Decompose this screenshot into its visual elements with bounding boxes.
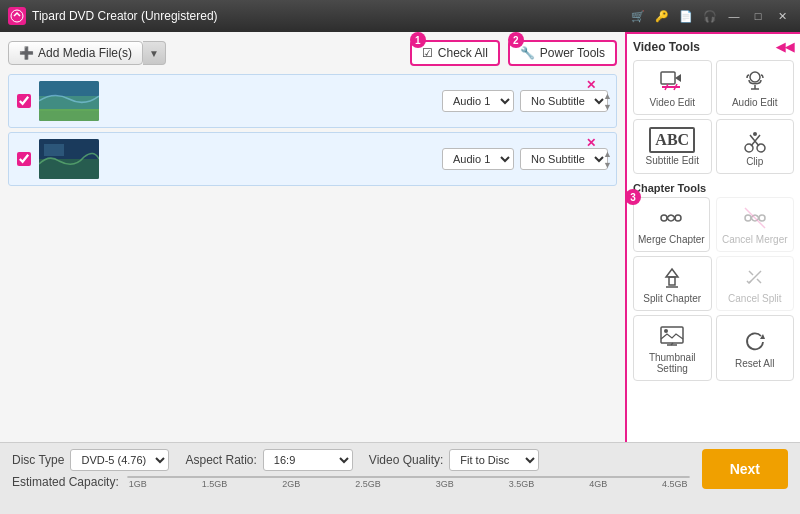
disc-type-label: Disc Type [12,453,64,467]
video-edit-label: Video Edit [650,97,695,108]
page-icon[interactable]: 📄 [676,8,696,24]
media-thumbnail-2 [39,139,99,179]
audio-select-2[interactable]: Audio 1 Audio 2 [442,148,514,170]
cap-4-5gb: 4.5GB [662,479,688,489]
close-button[interactable]: ✕ [772,8,792,24]
media-thumbnail-1 [39,81,99,121]
svg-rect-26 [669,277,675,285]
cancel-split-label: Cancel Split [728,293,781,304]
reorder-arrows-1[interactable]: ▲ ▼ [603,75,612,127]
key-icon[interactable]: 🔑 [652,8,672,24]
clip-button[interactable]: Clip [716,119,795,174]
reorder-arrows-2[interactable]: ▲ ▼ [603,133,612,185]
subtitle-edit-icon: ABC [649,127,695,153]
svg-point-22 [745,215,751,221]
subtitle-edit-label: Subtitle Edit [646,155,699,166]
media-controls-1: Audio 1 Audio 2 No Subtitle Subtitle 1 [442,90,608,112]
maximize-button[interactable]: □ [748,8,768,24]
svg-point-23 [759,215,765,221]
video-quality-select[interactable]: Fit to Disc High Medium Low [449,449,539,471]
add-media-group: ➕ Add Media File(s) ▼ [8,41,166,65]
cap-4gb: 4GB [589,479,607,489]
headset-icon[interactable]: 🎧 [700,8,720,24]
right-panel-header: Video Tools ◀◀ [633,40,794,54]
titlebar: Tipard DVD Creator (Unregistered) 🛒 🔑 📄 … [0,0,800,32]
video-quality-label: Video Quality: [369,453,444,467]
subtitle-select-2[interactable]: No Subtitle Subtitle 1 [520,148,608,170]
cap-3-5gb: 3.5GB [509,479,535,489]
svg-rect-3 [39,109,99,121]
badge-2: 2 [508,32,524,48]
reset-all-button[interactable]: Reset All [716,315,795,381]
media-checkbox-1[interactable] [17,94,31,108]
audio-edit-button[interactable]: Audio Edit [716,60,795,115]
aspect-ratio-select[interactable]: 16:9 4:3 [263,449,353,471]
svg-point-0 [11,10,23,22]
app-icon [8,7,26,25]
minimize-button[interactable]: — [724,8,744,24]
left-panel: ➕ Add Media File(s) ▼ 1 ☑ Check All 2 🔧 … [0,32,625,442]
remove-media-2[interactable]: ✕ [586,136,596,150]
video-tools-grid: Video Edit Audio Edit ABC Subtitle Edit [633,60,794,174]
bottom-bar: Disc Type DVD-5 (4.76) DVD-9 (8.5) Aspec… [0,442,800,514]
svg-point-29 [664,329,668,333]
split-chapter-icon [658,263,686,291]
chapter-tools-title: Chapter Tools [633,182,794,194]
chapter-tools-grid: 3 Merge Chapter [633,197,794,381]
window-controls[interactable]: 🛒 🔑 📄 🎧 — □ ✕ [628,8,792,24]
app-title: Tipard DVD Creator (Unregistered) [32,9,628,23]
cap-2gb: 2GB [282,479,300,489]
cancel-merger-icon [741,204,769,232]
audio-edit-icon [741,67,769,95]
capacity-bar: 0.5GB [127,476,690,478]
aspect-ratio-label: Aspect Ratio: [185,453,256,467]
video-edit-button[interactable]: Video Edit [633,60,712,115]
merge-chapter-wrapper: 3 Merge Chapter [633,197,712,252]
media-checkbox-2[interactable] [17,152,31,166]
thumbnail-setting-button[interactable]: Thumbnail Setting [633,315,712,381]
cap-3gb: 3GB [436,479,454,489]
svg-marker-8 [675,74,681,82]
media-item: Audio 1 Audio 2 No Subtitle Subtitle 1 ✕… [8,132,617,186]
bottom-main: Disc Type DVD-5 (4.76) DVD-9 (8.5) Aspec… [12,449,788,489]
reset-all-icon [741,328,769,356]
add-media-dropdown[interactable]: ▼ [143,41,166,65]
remove-media-1[interactable]: ✕ [586,78,596,92]
thumbnail-setting-label: Thumbnail Setting [638,352,707,374]
disc-type-select[interactable]: DVD-5 (4.76) DVD-9 (8.5) [70,449,169,471]
merge-chapter-button[interactable]: Merge Chapter [633,197,710,252]
split-chapter-button[interactable]: Split Chapter [633,256,712,311]
subtitle-edit-button[interactable]: ABC Subtitle Edit [633,119,712,174]
power-tools-wrapper: 2 🔧 Power Tools [508,40,617,66]
cap-2-5gb: 2.5GB [355,479,381,489]
audio-select-1[interactable]: Audio 1 Audio 2 [442,90,514,112]
estimated-capacity-label: Estimated Capacity: [12,475,119,489]
cancel-split-button[interactable]: Cancel Split [716,256,795,311]
collapse-panel-button[interactable]: ◀◀ [776,40,794,54]
video-edit-icon [658,67,686,95]
next-button[interactable]: Next [702,449,788,489]
cart-icon[interactable]: 🛒 [628,8,648,24]
merge-chapter-label: Merge Chapter [638,234,705,245]
wrench-icon: 🔧 [520,46,535,60]
power-tools-button[interactable]: 🔧 Power Tools [508,40,617,66]
add-media-button[interactable]: ➕ Add Media File(s) [8,41,143,65]
cancel-split-icon [741,263,769,291]
media-list: Audio 1 Audio 2 No Subtitle Subtitle 1 ✕… [8,74,617,434]
subtitle-select-1[interactable]: No Subtitle Subtitle 1 [520,90,608,112]
checkbox-icon: ☑ [422,46,433,60]
svg-rect-5 [39,159,99,179]
clip-icon [741,126,769,154]
media-item: Audio 1 Audio 2 No Subtitle Subtitle 1 ✕… [8,74,617,128]
merge-chapter-icon [657,204,685,232]
check-all-wrapper: 1 ☑ Check All [410,40,500,66]
audio-edit-label: Audio Edit [732,97,778,108]
clip-label: Clip [746,156,763,167]
capacity-row: Estimated Capacity: 0.5GB 1GB 1.5GB 2GB … [12,475,690,489]
svg-line-24 [745,208,765,228]
plus-icon: ➕ [19,46,34,60]
video-quality-field: Video Quality: Fit to Disc High Medium L… [369,449,540,471]
cap-1-5gb: 1.5GB [202,479,228,489]
cancel-merger-button[interactable]: Cancel Merger [716,197,795,252]
cancel-merger-label: Cancel Merger [722,234,788,245]
